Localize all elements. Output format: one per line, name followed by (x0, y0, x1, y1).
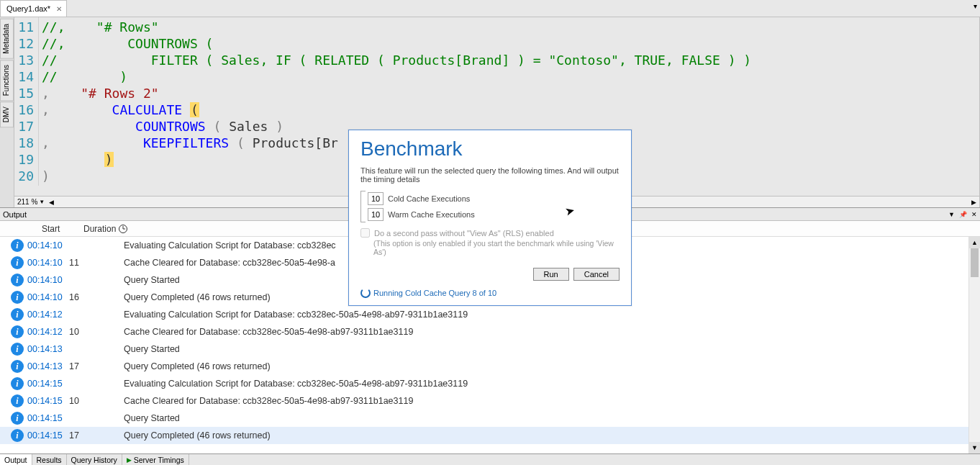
second-pass-note: (This option is only enabled if you star… (373, 239, 620, 256)
side-tab-functions[interactable]: Functions (0, 60, 14, 101)
info-icon: i (11, 239, 24, 252)
output-row[interactable]: i00:14:1510Cache Cleared for Database: c… (0, 392, 980, 410)
side-tab-metadata[interactable]: Metadata (0, 19, 14, 59)
output-row[interactable]: i00:14:1317Query Completed (46 rows retu… (0, 358, 980, 375)
row-start: 00:14:15 (24, 413, 68, 423)
column-header-start[interactable]: Start (42, 224, 83, 234)
editor-gutter: 11121314151617181920 (14, 17, 39, 186)
row-start: 00:14:13 (24, 361, 68, 371)
row-start: 00:14:10 (24, 292, 68, 302)
play-icon: ▶ (127, 456, 132, 464)
bottom-tab-query-history[interactable]: Query History (67, 454, 122, 465)
output-panel-title: Output (3, 210, 27, 219)
document-tab[interactable]: Query1.dax* ✕ (0, 0, 67, 17)
row-start: 00:14:10 (24, 275, 68, 285)
row-message: Cache Cleared for Database: ccb328ec-50a… (124, 327, 980, 337)
spinner-icon (360, 288, 371, 298)
row-start: 00:14:10 (24, 240, 68, 250)
close-icon[interactable]: ✕ (55, 5, 63, 13)
info-icon: i (11, 343, 24, 356)
row-duration: 11 (68, 258, 124, 268)
info-icon: i (11, 394, 24, 407)
bracket-decoration (360, 191, 365, 222)
row-duration: 16 (68, 292, 124, 302)
info-icon: i (11, 308, 24, 321)
panel-dropdown-icon[interactable]: ▼ (947, 211, 956, 218)
second-pass-checkbox (360, 228, 370, 238)
output-row[interactable]: i00:14:12Evaluating Calculation Script f… (0, 306, 980, 323)
row-message: Cache Cleared for Database: ccb328ec-50a… (124, 396, 980, 406)
row-duration: 17 (68, 430, 124, 441)
hscroll-right-icon[interactable]: ▶ (971, 199, 976, 206)
hscroll-left-icon[interactable]: ◀ (49, 199, 54, 206)
side-tab-dmv[interactable]: DMV (0, 101, 14, 127)
cold-cache-label: Cold Cache Executions (388, 194, 470, 203)
panel-pin-icon[interactable]: 📌 (958, 211, 968, 218)
row-message: Query Started (124, 344, 980, 354)
row-start: 00:14:15 (24, 396, 68, 406)
column-header-duration[interactable]: Duration (83, 224, 141, 234)
row-message: Evaluating Calculation Script for Databa… (124, 379, 980, 389)
bottom-tab-results[interactable]: Results (32, 454, 67, 465)
row-duration: 17 (68, 361, 124, 371)
clock-icon (119, 225, 127, 233)
dialog-status-bar: Running Cold Cache Query 8 of 10 (349, 286, 631, 305)
info-icon: i (11, 325, 24, 338)
scroll-down-icon[interactable]: ▼ (969, 442, 980, 453)
info-icon: i (11, 429, 24, 442)
row-message: Query Completed (46 rows returned) (124, 430, 980, 441)
row-start: 00:14:10 (24, 258, 68, 268)
tab-bar-overflow-icon[interactable]: ▾ (974, 2, 977, 10)
zoom-dropdown-icon[interactable]: ▼ (39, 199, 45, 205)
output-row[interactable]: i00:14:13Query Started (0, 340, 980, 358)
run-button[interactable]: Run (533, 268, 569, 281)
row-start: 00:14:15 (24, 379, 68, 389)
info-icon: i (11, 377, 24, 390)
row-duration: 10 (68, 396, 124, 406)
side-tab-strip: Metadata Functions DMV (0, 17, 14, 207)
row-start: 00:14:12 (24, 310, 68, 320)
row-duration: 10 (68, 327, 124, 337)
scroll-up-icon[interactable]: ▲ (969, 237, 980, 248)
dialog-status-text: Running Cold Cache Query 8 of 10 (373, 289, 496, 297)
vertical-scrollbar[interactable]: ▲ ▼ (968, 237, 980, 453)
cold-cache-input[interactable] (368, 192, 384, 205)
row-start: 00:14:13 (24, 344, 68, 354)
document-tab-title: Query1.dax* (6, 4, 50, 13)
info-icon: i (11, 256, 24, 269)
document-tab-bar: Query1.dax* ✕ ▾ (0, 0, 980, 17)
output-row[interactable]: i00:14:1210Cache Cleared for Database: c… (0, 323, 980, 340)
warm-cache-label: Warm Cache Executions (388, 210, 475, 219)
info-icon: i (11, 360, 24, 373)
info-icon: i (11, 291, 24, 304)
info-icon: i (11, 412, 24, 425)
output-row[interactable]: i00:14:15Evaluating Calculation Script f… (0, 375, 980, 392)
cancel-button[interactable]: Cancel (573, 268, 620, 281)
bottom-tab-output[interactable]: Output (0, 454, 32, 465)
bottom-tab-strip: OutputResultsQuery History▶Server Timing… (0, 453, 980, 465)
row-message: Evaluating Calculation Script for Databa… (124, 310, 980, 320)
dialog-description: This feature will run the selected query… (360, 166, 620, 184)
row-start: 00:14:12 (24, 327, 68, 337)
output-row[interactable]: i00:14:15Query Started (0, 410, 980, 427)
scroll-thumb[interactable] (971, 248, 979, 277)
row-message: Query Completed (46 rows returned) (124, 361, 980, 371)
bottom-tab-server-timings[interactable]: ▶Server Timings (122, 454, 189, 465)
row-message: Query Started (124, 413, 980, 423)
zoom-level[interactable]: 211 % (17, 198, 37, 206)
benchmark-dialog: Benchmark This feature will run the sele… (348, 130, 632, 306)
second-pass-label: Do a second pass without "View As" (RLS)… (374, 229, 554, 238)
dialog-title: Benchmark (349, 130, 631, 163)
row-start: 00:14:15 (24, 430, 68, 441)
panel-close-icon[interactable]: ✕ (970, 211, 979, 218)
output-row[interactable]: i00:14:1517Query Completed (46 rows retu… (0, 427, 980, 444)
warm-cache-input[interactable] (368, 208, 384, 221)
info-icon: i (11, 274, 24, 286)
